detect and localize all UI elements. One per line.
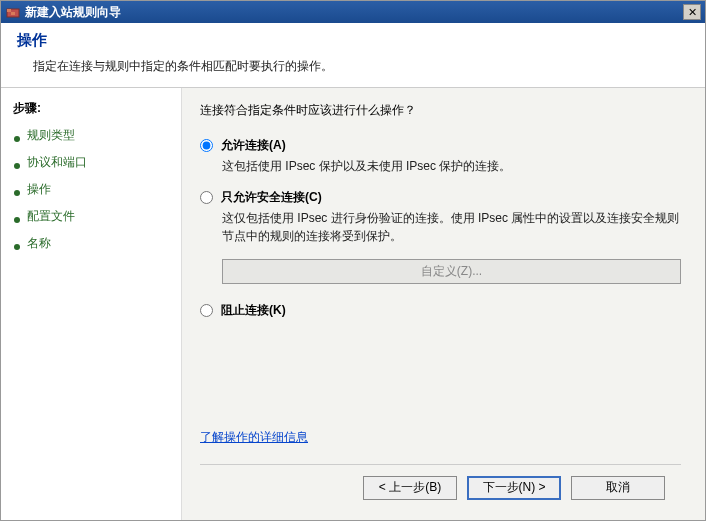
svg-rect-1	[7, 9, 11, 12]
page-description: 指定在连接与规则中指定的条件相匹配时要执行的操作。	[33, 58, 689, 75]
option-allow-desc: 这包括使用 IPsec 保护以及未使用 IPsec 保护的连接。	[222, 158, 681, 175]
wizard-header: 操作 指定在连接与规则中指定的条件相匹配时要执行的操作。	[1, 23, 705, 88]
bullet-icon	[13, 186, 21, 194]
learn-more-link[interactable]: 了解操作的详细信息	[200, 429, 681, 446]
firewall-icon	[5, 4, 21, 20]
bullet-icon	[13, 213, 21, 221]
radio-block[interactable]	[200, 304, 213, 317]
step-label: 操作	[27, 181, 51, 198]
option-block[interactable]: 阻止连接(K)	[200, 302, 681, 319]
svg-point-5	[14, 190, 20, 196]
radio-secure[interactable]	[200, 191, 213, 204]
content-pane: 连接符合指定条件时应该进行什么操作？ 允许连接(A) 这包括使用 IPsec 保…	[181, 88, 705, 520]
step-label: 名称	[27, 235, 51, 252]
step-label: 配置文件	[27, 208, 75, 225]
page-title: 操作	[17, 31, 689, 50]
option-allow[interactable]: 允许连接(A)	[200, 137, 681, 154]
svg-point-4	[14, 163, 20, 169]
step-profile[interactable]: 配置文件	[13, 208, 169, 225]
bullet-icon	[13, 132, 21, 140]
cancel-button[interactable]: 取消	[571, 476, 665, 500]
step-protocol-ports[interactable]: 协议和端口	[13, 154, 169, 171]
option-secure[interactable]: 只允许安全连接(C)	[200, 189, 681, 206]
svg-point-3	[14, 136, 20, 142]
step-label: 规则类型	[27, 127, 75, 144]
step-label: 协议和端口	[27, 154, 87, 171]
steps-sidebar: 步骤: 规则类型 协议和端口 操作 配置文件 名称	[1, 88, 181, 520]
customize-button: 自定义(Z)...	[222, 259, 681, 284]
steps-heading: 步骤:	[13, 100, 169, 117]
next-button[interactable]: 下一步(N) >	[467, 476, 561, 500]
option-secure-label: 只允许安全连接(C)	[221, 189, 322, 206]
radio-allow[interactable]	[200, 139, 213, 152]
svg-point-7	[14, 244, 20, 250]
bullet-icon	[13, 159, 21, 167]
window-title: 新建入站规则向导	[25, 4, 683, 21]
back-button[interactable]: < 上一步(B)	[363, 476, 457, 500]
option-allow-label: 允许连接(A)	[221, 137, 286, 154]
close-button[interactable]: ✕	[683, 4, 701, 20]
option-block-label: 阻止连接(K)	[221, 302, 286, 319]
action-question: 连接符合指定条件时应该进行什么操作？	[200, 102, 681, 119]
step-action[interactable]: 操作	[13, 181, 169, 198]
bullet-icon	[13, 240, 21, 248]
wizard-body: 步骤: 规则类型 协议和端口 操作 配置文件 名称 连接	[1, 88, 705, 520]
wizard-footer: < 上一步(B) 下一步(N) > 取消	[200, 464, 681, 510]
svg-point-6	[14, 217, 20, 223]
step-rule-type[interactable]: 规则类型	[13, 127, 169, 144]
titlebar: 新建入站规则向导 ✕	[1, 1, 705, 23]
wizard-window: 新建入站规则向导 ✕ 操作 指定在连接与规则中指定的条件相匹配时要执行的操作。 …	[0, 0, 706, 521]
option-secure-desc: 这仅包括使用 IPsec 进行身份验证的连接。使用 IPsec 属性中的设置以及…	[222, 210, 681, 245]
step-name[interactable]: 名称	[13, 235, 169, 252]
svg-rect-2	[11, 12, 15, 15]
